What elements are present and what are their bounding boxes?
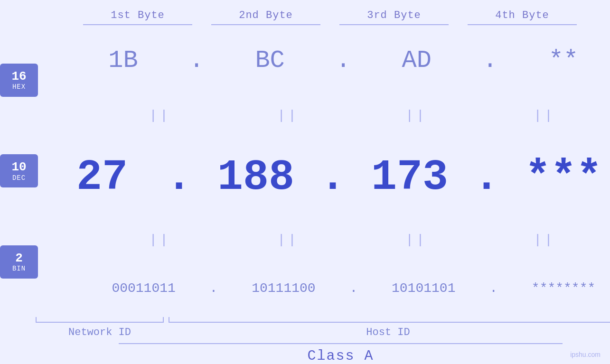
dec-val-4: *** [499,156,610,199]
bin-val-2: 10111100 [219,281,347,296]
bin-val-3: 10101101 [359,281,488,296]
hex-val-3: AD [353,47,481,75]
eq-2-2: || [224,233,352,247]
hex-base-num: 16 [11,70,26,84]
main-container: 1st Byte 2nd Byte 3rd Byte 4th Byte 16 H… [0,0,610,364]
hex-row: 1B . BC . AD . ** [38,47,610,75]
byte-col-3: 3rd Byte [330,9,458,25]
hex-dot-2: . [336,47,351,75]
dec-row: 27 . 188 . 173 . *** [38,156,610,199]
hex-dot-1: . [189,47,204,75]
bin-row: 00011011 . 10111100 . 10101101 . *******… [38,281,610,296]
data-area: 1B . BC . AD . ** || || || || [38,25,610,317]
dec-val-2: 188 [192,156,320,199]
dec-badge: 10 DEC [0,154,38,187]
byte-header-1: 1st Byte [74,9,202,21]
byte-col-4: 4th Byte [458,9,586,25]
eq-2-4: || [480,233,609,247]
network-id-label: Network ID [36,327,164,338]
hex-val-1: 1B [59,47,187,75]
byte-header-4: 4th Byte [458,9,586,21]
hex-val-2: BC [206,47,334,75]
network-bracket [36,317,164,323]
dec-base-num: 10 [11,160,26,174]
hex-val-4: ** [499,47,610,75]
host-bracket [169,317,610,323]
bin-dot-3: . [489,281,497,296]
dec-dot-2: . [320,156,346,199]
dec-base-name: DEC [12,174,26,182]
eq-2-1: || [96,233,224,247]
watermark: ipshu.com [570,351,601,358]
hex-dot-3: . [483,47,497,75]
hex-base-name: HEX [12,83,26,91]
byte-headers: 1st Byte 2nd Byte 3rd Byte 4th Byte [0,0,610,25]
hex-badge: 16 HEX [0,64,38,97]
id-brackets-row [36,317,610,323]
byte-header-2: 2nd Byte [202,9,330,21]
eq-1-3: || [352,108,480,123]
bin-dot-2: . [349,281,357,296]
byte-col-2: 2nd Byte [202,9,330,25]
dec-val-3: 173 [346,156,474,199]
class-row: Class A [0,343,610,364]
bin-val-1: 00011011 [80,281,208,296]
class-line [119,343,563,344]
bin-val-4: ******** [499,281,610,296]
dec-val-1: 27 [38,156,166,199]
eq-1-2: || [224,108,352,123]
bin-base-num: 2 [15,252,23,265]
byte-header-3: 3rd Byte [330,9,458,21]
equals-row-2: || || || || [38,233,610,247]
content-row: 16 HEX 10 DEC 2 BIN 1B . BC [0,25,610,317]
bottom-section: Network ID Host ID [36,317,610,338]
eq-2-3: || [352,233,480,247]
eq-1-1: || [96,108,224,123]
dec-dot-1: . [166,156,192,199]
base-badges-col: 16 HEX 10 DEC 2 BIN [0,25,38,317]
equals-row-1: || || || || [38,108,610,123]
bin-base-name: BIN [12,265,26,272]
eq-1-4: || [480,108,609,123]
id-labels-row: Network ID Host ID [36,327,610,338]
byte-col-1: 1st Byte [74,9,202,25]
dec-dot-3: . [474,156,499,199]
bin-dot-1: . [210,281,218,296]
class-label: Class A [307,348,374,364]
host-id-label: Host ID [164,327,610,338]
bin-badge: 2 BIN [0,245,38,279]
